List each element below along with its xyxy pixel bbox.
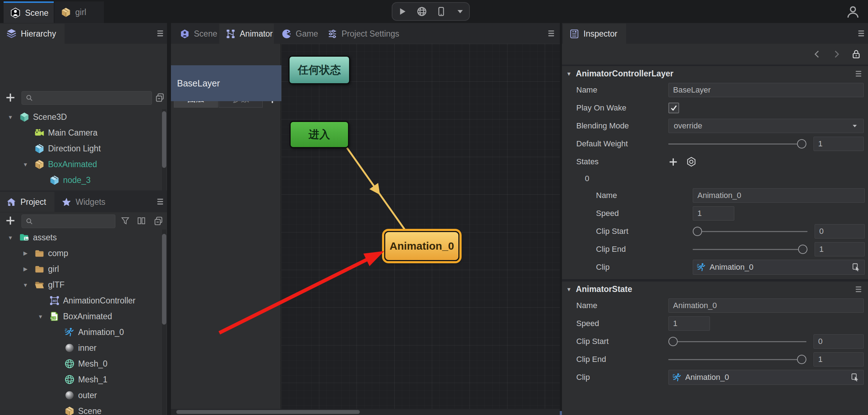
as-clip-field[interactable]: Animation_0	[668, 370, 864, 385]
expand-arrow-icon[interactable]: ▼	[5, 114, 16, 120]
animator-canvas[interactable]: 任何状态 进入 Animation_0	[281, 44, 560, 409]
node-entry[interactable]: 进入	[290, 121, 349, 148]
project-scrollbar[interactable]	[162, 234, 166, 325]
divider[interactable]	[167, 23, 171, 415]
tree-item[interactable]: Main Camera	[0, 125, 162, 141]
dropdown-caret-icon[interactable]	[456, 7, 465, 16]
state0-clip-end-slider[interactable]	[693, 245, 807, 254]
tree-item[interactable]: ▶ comp	[0, 245, 162, 261]
doc-tab-girl[interactable]: girl	[54, 1, 104, 23]
tree-item[interactable]: ▼ assets	[0, 230, 162, 245]
expand-arrow-icon[interactable]: ▼	[20, 161, 31, 168]
duplicate-icon[interactable]	[155, 93, 165, 103]
as-clip-end-input[interactable]: 1	[814, 352, 864, 367]
center-menu-icon[interactable]	[547, 29, 556, 38]
as-speed-input[interactable]: 1	[668, 316, 710, 331]
hierarchy-search-input[interactable]	[36, 93, 148, 103]
add-state-icon[interactable]	[668, 157, 678, 167]
tree-item[interactable]: Mesh_1	[0, 372, 162, 387]
doc-tab-scene[interactable]: Scene	[4, 1, 54, 23]
collapse-arrow-icon[interactable]: ▼	[566, 286, 572, 292]
tab-scene[interactable]: Scene	[173, 24, 218, 44]
state-index-row[interactable]: 0	[562, 171, 868, 187]
tree-item[interactable]: Mesh_0	[0, 356, 162, 372]
state0-name-input[interactable]: Animation_0	[693, 188, 865, 203]
person-icon[interactable]	[846, 5, 860, 19]
lock-icon[interactable]	[851, 49, 862, 60]
filter-funnel-icon[interactable]	[120, 216, 130, 226]
tree-item[interactable]: Direction Light	[0, 141, 162, 156]
as-clip-start-slider[interactable]	[668, 337, 806, 346]
tab-widgets[interactable]: Widgets	[55, 192, 114, 212]
default-weight-slider[interactable]	[668, 139, 806, 148]
expand-arrow-icon[interactable]: ▶	[20, 266, 31, 272]
device-icon[interactable]	[436, 6, 447, 17]
tree-item[interactable]: outer	[0, 387, 162, 403]
object-picker-icon[interactable]	[852, 263, 861, 272]
expand-arrow-icon[interactable]: ▼	[20, 282, 31, 288]
item-label: node_3	[63, 175, 91, 185]
canvas-hscroll-thumb[interactable]	[176, 410, 360, 414]
nav-back-icon[interactable]	[812, 49, 822, 59]
hierarchy-scrollbar[interactable]	[162, 111, 166, 168]
slider-knob[interactable]	[797, 139, 806, 148]
hierarchy-menu-icon[interactable]	[156, 29, 165, 38]
tree-item[interactable]: node_3	[0, 172, 162, 188]
node-any-state[interactable]: 任何状态	[288, 56, 350, 84]
tree-item[interactable]: inner	[0, 340, 162, 356]
state0-clip-end-input[interactable]: 1	[815, 242, 865, 256]
tree-item[interactable]: ▼ glTF	[0, 277, 162, 293]
as-clip-end-slider[interactable]	[668, 355, 806, 364]
expand-arrow-icon[interactable]: ▼	[35, 313, 46, 320]
as-name-input[interactable]: Animation_0	[668, 298, 864, 313]
expand-arrow-icon[interactable]: ▼	[5, 235, 16, 241]
nav-forward-icon[interactable]	[831, 49, 841, 59]
row-state0-clip-end: Clip End 1	[562, 240, 868, 258]
globe-icon[interactable]	[416, 6, 427, 17]
slider-knob[interactable]	[798, 245, 807, 254]
layout-columns-icon[interactable]	[137, 216, 146, 226]
section-animator-state[interactable]: ▼ AnimatorState	[562, 282, 868, 297]
tree-item[interactable]: ▼ BoxAnimated	[0, 156, 162, 172]
play-icon[interactable]	[397, 6, 407, 17]
tree-item[interactable]: ▼ Scene3D	[0, 109, 162, 125]
tab-project[interactable]: Project	[0, 192, 54, 212]
state0-clip-start-input[interactable]: 0	[815, 224, 865, 239]
state0-clip-field[interactable]: Animation_0	[693, 260, 865, 275]
section-animator-controller-layer[interactable]: ▼ AnimatorControllerLayer	[562, 66, 868, 81]
tab-hierarchy[interactable]: Hierarchy	[0, 24, 65, 44]
default-weight-input[interactable]: 1	[814, 137, 864, 151]
state0-clip-start-slider[interactable]	[693, 227, 807, 236]
state0-speed-input[interactable]: 1	[693, 206, 734, 221]
tree-item[interactable]: Animation_0	[0, 324, 162, 340]
tree-item[interactable]: ▶ girl	[0, 261, 162, 277]
state-machine-icon[interactable]	[686, 156, 697, 167]
tab-animator[interactable]: Animator	[219, 24, 274, 44]
as-clip-start-input[interactable]: 0	[814, 334, 864, 349]
name-input[interactable]: BaseLayer	[668, 83, 864, 97]
tab-inspector[interactable]: Inspector	[563, 24, 626, 44]
tree-item[interactable]: AnimationController	[0, 293, 162, 308]
add-asset-icon[interactable]	[5, 215, 16, 226]
tree-item[interactable]: ▼ BoxAnimated	[0, 308, 162, 324]
expand-arrow-icon[interactable]: ▶	[20, 250, 31, 256]
collapse-arrow-icon[interactable]: ▼	[566, 71, 572, 77]
duplicate-icon[interactable]	[153, 216, 163, 226]
slider-knob[interactable]	[797, 355, 806, 364]
tree-item[interactable]: Scene	[0, 403, 162, 415]
slider-knob[interactable]	[668, 337, 678, 346]
add-entity-icon[interactable]	[5, 92, 16, 103]
tab-project-settings[interactable]: Project Settings	[321, 24, 407, 44]
object-picker-icon[interactable]	[850, 373, 860, 382]
layer-item-baselayer[interactable]: BaseLayer	[171, 65, 287, 101]
slider-knob[interactable]	[693, 227, 702, 236]
section-menu-icon[interactable]	[854, 69, 863, 78]
section-menu-icon[interactable]	[854, 285, 863, 294]
project-menu-icon[interactable]	[156, 197, 165, 206]
project-search-input[interactable]	[36, 217, 111, 226]
blending-mode-select[interactable]: override	[668, 119, 864, 133]
tab-game[interactable]: Game	[275, 24, 320, 44]
play-on-wake-checkbox[interactable]	[668, 103, 679, 113]
node-animation-0[interactable]: Animation_0	[384, 231, 459, 261]
inspector-menu-icon[interactable]	[857, 29, 866, 38]
